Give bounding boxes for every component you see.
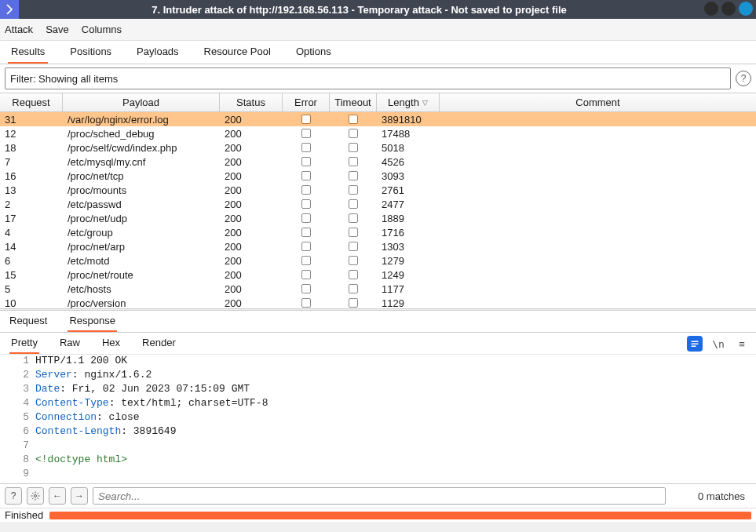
tab-positions[interactable]: Positions [67,41,115,64]
tab-response[interactable]: Response [68,311,117,332]
timeout-checkbox[interactable] [349,115,358,124]
col-length[interactable]: Length▽ [377,93,440,111]
table-row[interactable]: 5/etc/hosts2001177 [0,282,756,296]
error-checkbox[interactable] [301,228,311,237]
tab-results[interactable]: Results [8,41,48,64]
results-table: Request Payload Status Error Timeout Len… [0,93,756,308]
tab-options[interactable]: Options [293,41,334,64]
error-checkbox[interactable] [301,270,311,279]
table-row[interactable]: 16/proc/net/tcp2003093 [0,169,756,183]
gear-icon[interactable] [27,487,44,505]
timeout-checkbox[interactable] [349,270,358,279]
progress-bar [49,512,751,519]
tab-payloads[interactable]: Payloads [133,41,181,64]
col-request[interactable]: Request [0,93,63,111]
timeout-checkbox[interactable] [349,228,358,237]
request-response-tabs: Request Response [0,311,756,333]
match-count: 0 matches [698,490,751,502]
help-button[interactable]: ? [5,487,22,505]
col-payload[interactable]: Payload [63,93,220,111]
search-bar: ? ← → 0 matches [0,484,756,508]
timeout-checkbox[interactable] [349,185,358,195]
table-row[interactable]: 14/proc/net/arp2001303 [0,239,756,253]
svg-rect-0 [692,341,699,343]
timeout-checkbox[interactable] [349,284,358,293]
table-row[interactable]: 2/etc/passwd2002477 [0,197,756,211]
tab-request[interactable]: Request [8,311,49,332]
table-row[interactable]: 15/proc/net/route2001249 [0,268,756,282]
timeout-checkbox[interactable] [349,242,358,251]
main-tabs: Results Positions Payloads Resource Pool… [0,41,756,64]
timeout-checkbox[interactable] [349,213,358,223]
error-checkbox[interactable] [301,157,311,166]
newline-button[interactable]: \n [710,336,726,352]
error-checkbox[interactable] [301,185,311,195]
table-row[interactable]: 6/etc/motd2001279 [0,253,756,268]
error-checkbox[interactable] [301,298,311,308]
svg-point-3 [35,495,37,497]
maximize-button[interactable] [721,2,736,16]
inspector-button[interactable] [687,336,703,352]
menu-save[interactable]: Save [46,24,69,35]
svg-rect-2 [692,346,696,348]
titlebar: 7. Intruder attack of http://192.168.56.… [0,0,756,19]
col-comment[interactable]: Comment [440,93,756,111]
table-row[interactable]: 17/proc/net/udp2001889 [0,211,756,225]
error-checkbox[interactable] [301,115,311,124]
status-bar: Finished [0,508,756,522]
tab-pretty[interactable]: Pretty [9,333,39,354]
svg-rect-1 [692,344,699,345]
error-checkbox[interactable] [301,256,311,265]
error-checkbox[interactable] [301,171,311,180]
http-status-line: HTTP/1.1 200 OK [35,355,756,369]
col-timeout[interactable]: Timeout [330,93,377,111]
error-checkbox[interactable] [301,242,311,251]
col-error[interactable]: Error [283,93,330,111]
table-row[interactable]: 18/proc/self/cwd/index.php2005018 [0,140,756,155]
filter-input[interactable]: Filter: Showing all items [5,67,731,89]
view-tabs: Pretty Raw Hex Render \n ≡ [0,333,756,355]
window-title: 7. Intruder attack of http://192.168.56.… [25,4,756,16]
timeout-checkbox[interactable] [349,143,358,152]
help-icon[interactable]: ? [736,71,751,86]
hamburger-icon[interactable]: ≡ [734,336,750,352]
tab-resource-pool[interactable]: Resource Pool [201,41,274,64]
app-icon [0,0,19,19]
timeout-checkbox[interactable] [349,157,358,166]
next-button[interactable]: → [71,487,88,505]
status-text: Finished [5,509,43,521]
table-row[interactable]: 4/etc/group2001716 [0,225,756,239]
table-row[interactable]: 7/etc/mysql/my.cnf2004526 [0,155,756,169]
timeout-checkbox[interactable] [349,171,358,180]
timeout-checkbox[interactable] [349,129,358,138]
table-row[interactable]: 10/proc/version2001129 [0,296,756,308]
table-row[interactable]: 12/proc/sched_debug20017488 [0,126,756,140]
prev-button[interactable]: ← [49,487,66,505]
search-input[interactable] [93,487,666,505]
menubar: Attack Save Columns [0,19,756,41]
minimize-button[interactable] [704,2,718,16]
col-status[interactable]: Status [220,93,283,111]
timeout-checkbox[interactable] [349,298,358,308]
filter-text: Filter: Showing all items [10,73,118,85]
sort-desc-icon: ▽ [422,99,428,107]
menu-columns[interactable]: Columns [82,24,122,35]
menu-attack[interactable]: Attack [5,24,33,35]
error-checkbox[interactable] [301,143,311,152]
error-checkbox[interactable] [301,213,311,223]
response-editor[interactable]: 1HTTP/1.1 200 OK 2Server: nginx/1.6.2 3D… [0,355,756,484]
timeout-checkbox[interactable] [349,256,358,265]
table-row[interactable]: 31/var/log/nginx/error.log2003891810 [0,112,756,126]
error-checkbox[interactable] [301,284,311,293]
close-button[interactable] [739,2,753,16]
tab-render[interactable]: Render [141,333,177,354]
table-row[interactable]: 13/proc/mounts2002761 [0,183,756,197]
timeout-checkbox[interactable] [349,199,358,209]
error-checkbox[interactable] [301,199,311,209]
tab-hex[interactable]: Hex [100,333,122,354]
tab-raw[interactable]: Raw [58,333,82,354]
error-checkbox[interactable] [301,129,311,138]
